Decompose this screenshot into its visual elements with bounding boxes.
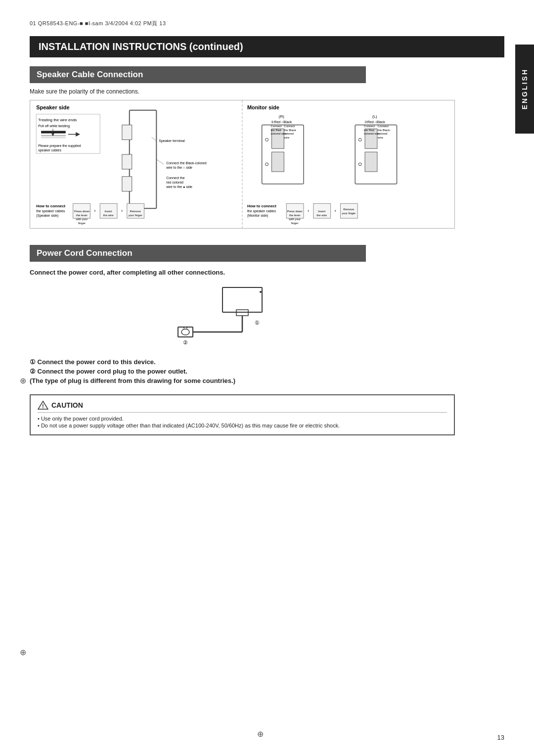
svg-text:colored: colored: [284, 132, 293, 135]
svg-text:Remove: Remove: [343, 208, 355, 211]
svg-text:finger: finger: [291, 222, 299, 225]
svg-text:the speaker cables: the speaker cables: [247, 209, 276, 213]
power-note: Connect the power cord, after completing…: [30, 269, 504, 276]
meta-line: 01 QR58543-ENG-■ ■I-sam 3/4/2004 4:02 PM…: [30, 20, 504, 27]
caution-item-1: Use only the power cord provided.: [38, 416, 447, 422]
svg-text:Press down: Press down: [74, 210, 89, 213]
svg-text:›: ›: [94, 208, 95, 213]
svg-text:the speaker cables: the speaker cables: [36, 209, 65, 213]
svg-text:Connect the Black-colored: Connect the Black-colored: [166, 161, 207, 165]
svg-rect-89: [222, 287, 262, 312]
svg-text:①Red  ○Black: ①Red ○Black: [271, 120, 292, 124]
svg-text:Connect: Connect: [378, 125, 389, 128]
svg-text:wire to the ○ side: wire to the ○ side: [166, 166, 192, 169]
svg-text:the Black: the Black: [284, 129, 296, 132]
speaker-cable-diagram: Speaker side Treating the wire ends Pull…: [30, 100, 455, 229]
svg-point-60: [358, 138, 361, 141]
svg-text:›: ›: [335, 208, 336, 213]
svg-rect-94: [178, 327, 193, 337]
svg-text:①: ①: [255, 320, 260, 326]
svg-text:the lever: the lever: [289, 214, 301, 217]
svg-text:the wire: the wire: [316, 214, 327, 217]
svg-text:›: ›: [121, 208, 123, 213]
instruction3: (The type of plug is different from this…: [30, 377, 405, 384]
svg-text:wire: wire: [377, 136, 384, 139]
reg-mark-bottom: ⊕: [257, 729, 264, 739]
english-sidebar: ENGLISH: [515, 45, 534, 134]
caution-label: CAUTION: [51, 401, 83, 409]
svg-text:Connect: Connect: [284, 125, 295, 128]
svg-text:Insert: Insert: [105, 210, 112, 213]
svg-text:with your: with your: [76, 218, 88, 221]
svg-text:with your: with your: [288, 218, 301, 221]
svg-text:Connect: Connect: [364, 125, 375, 128]
caution-content: Use only the power cord provided. Do not…: [38, 416, 447, 428]
svg-text:(Monitor side): (Monitor side): [247, 214, 268, 218]
svg-text:Speaker side: Speaker side: [36, 104, 69, 110]
instruction2: ② Connect the power cord plug to the pow…: [30, 368, 405, 375]
svg-point-62: [358, 163, 361, 166]
svg-text:speaker cables: speaker cables: [38, 148, 61, 152]
svg-text:the Red: the Red: [364, 129, 374, 132]
warning-triangle-icon: !: [38, 400, 48, 410]
svg-text:Press down: Press down: [287, 210, 303, 213]
svg-line-20: [156, 159, 164, 164]
svg-text:(Speaker side): (Speaker side): [36, 214, 58, 218]
svg-rect-15: [122, 177, 132, 191]
svg-text:Pull off while twisting: Pull off while twisting: [38, 124, 70, 128]
svg-text:wire: wire: [283, 136, 290, 139]
instructions-list: ① Connect the power cord to this device.…: [30, 358, 405, 384]
svg-text:Please prepare the supplied: Please prepare the supplied: [38, 144, 81, 148]
page-number: 13: [497, 734, 504, 741]
svg-text:the lever: the lever: [76, 214, 88, 217]
power-section: Power Cord Connection Connect the power …: [30, 245, 504, 384]
svg-text:!: !: [42, 404, 44, 409]
svg-text:›: ›: [308, 208, 309, 213]
caution-box: ! CAUTION Use only the power cord provid…: [30, 394, 455, 435]
svg-rect-14: [122, 154, 132, 169]
svg-text:Connect: Connect: [271, 125, 282, 128]
reg-mark-left: ⊕: [20, 376, 26, 385]
svg-point-95: [181, 329, 189, 335]
svg-text:①Red  ○Black: ①Red ○Black: [364, 120, 385, 124]
svg-text:Monitor side: Monitor side: [247, 104, 279, 110]
svg-text:②: ②: [183, 339, 188, 345]
polarity-note: Make sure the polarity of the connection…: [30, 88, 504, 95]
svg-text:How to connect: How to connect: [247, 204, 276, 208]
svg-text:wire to the ● side: wire to the ● side: [166, 185, 192, 189]
svg-text:Speaker terminal: Speaker terminal: [159, 139, 185, 143]
svg-text:Remove: Remove: [130, 210, 141, 213]
svg-text:(L): (L): [372, 114, 377, 119]
svg-line-17: [151, 137, 156, 141]
instruction1: ① Connect the power cord to this device.: [30, 358, 405, 366]
svg-rect-13: [122, 125, 132, 140]
english-label: ENGLISH: [521, 68, 529, 109]
svg-point-99: [260, 291, 262, 293]
caution-header: ! CAUTION: [38, 400, 447, 413]
section2-heading: Power Cord Connection: [30, 245, 366, 262]
svg-text:your finger: your finger: [129, 214, 142, 217]
svg-text:Connect the: Connect the: [166, 176, 185, 180]
svg-text:Treating the wire ends: Treating the wire ends: [38, 118, 77, 122]
svg-rect-12: [130, 110, 157, 208]
svg-text:the Red-: the Red-: [271, 129, 282, 132]
svg-text:the Black-: the Black-: [378, 129, 391, 132]
main-title: INSTALLATION INSTRUCTIONS (continued): [30, 36, 504, 57]
svg-text:How to connect: How to connect: [36, 204, 65, 208]
svg-point-48: [266, 163, 268, 166]
svg-point-46: [266, 138, 268, 141]
svg-text:Insert: Insert: [318, 210, 325, 213]
svg-text:finger: finger: [78, 222, 86, 225]
section1-heading: Speaker Cable Connection: [30, 66, 366, 83]
svg-text:your finger: your finger: [342, 212, 356, 215]
caution-item-2: Do not use a power supply voltage other …: [38, 423, 447, 428]
svg-text:the wire: the wire: [103, 214, 114, 217]
reg-mark-bottom-left: ⊕: [20, 648, 26, 657]
power-cord-diagram: ① ②: [30, 285, 455, 349]
svg-text:(R): (R): [279, 114, 284, 119]
svg-rect-65: [365, 152, 377, 172]
svg-text:colored: colored: [378, 132, 387, 135]
svg-text:red colored: red colored: [166, 181, 183, 184]
svg-rect-51: [272, 152, 284, 172]
svg-rect-6: [41, 131, 66, 134]
